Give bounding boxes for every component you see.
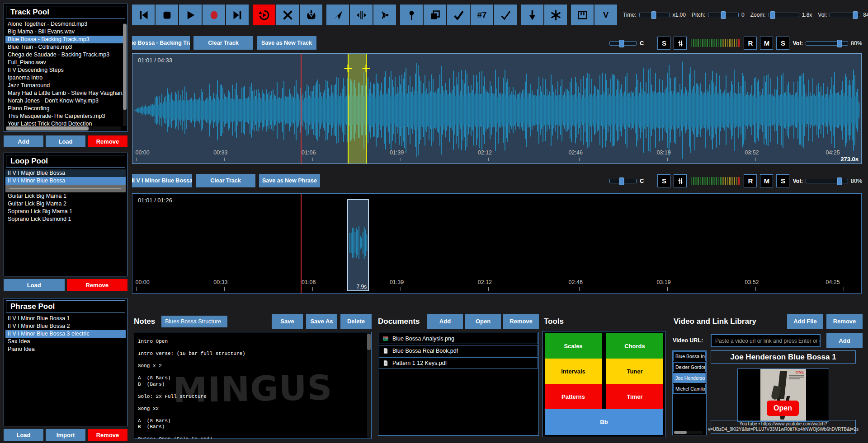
loop-clip[interactable]: 7.9s [347,199,369,291]
track-pool-add-button[interactable]: Add [4,135,43,147]
documents-remove-button[interactable]: Remove [503,314,539,329]
phrase-pool-remove-button[interactable]: Remove [88,429,127,441]
track-pool-load-button[interactable]: Load [46,135,85,147]
stop-button[interactable] [156,5,178,25]
asterisk-button[interactable] [544,5,567,25]
close-button[interactable] [276,5,299,25]
track-pan-slider[interactable] [609,41,637,46]
list-item[interactable]: Sax Idea [5,338,126,345]
clear-loop-button[interactable]: Clear Track [196,174,255,187]
loop-start-handle[interactable] [344,65,352,72]
list-item[interactable]: Blue Train - Coltrane.mp3 [5,43,126,51]
phrase-pool-load-button[interactable]: Load [4,429,43,441]
track-name-button[interactable]: Blue Bossa - Backing Track [132,36,190,50]
list-item[interactable]: II V I Minor Blue Bossa [5,177,126,185]
tool-intervals-button[interactable]: Intervals [545,359,602,384]
track-solo2-button[interactable]: S [776,37,789,50]
list-item[interactable]: II V I Minor Blue Bossa 2 [5,322,126,330]
documents-list[interactable]: Blue Bossa Analysis.pngBlue Bossa Real B… [378,332,539,436]
zoom-slider-thumb[interactable] [770,11,775,19]
list-item[interactable]: Big Mama - Bill Evans.wav [5,28,126,36]
list-item[interactable]: Full_Piano.wav [5,59,126,66]
loop-record-arm-button[interactable]: R [744,174,757,187]
tool-bb-button[interactable]: Bb [545,409,663,435]
video-url-add-button[interactable]: Add [826,333,863,348]
video-list-hscrollbar[interactable] [674,431,703,434]
chord-detect-check-button[interactable] [447,5,470,25]
list-item[interactable]: Ipanema Intro [5,74,126,82]
confirm-check-button[interactable] [494,5,517,25]
loop-pool-load-button[interactable]: Load [4,279,65,291]
video-list-item[interactable]: Joe Henderson [673,373,706,383]
list-item[interactable]: Piano Idea [5,345,126,353]
letter-v-button[interactable]: V [594,5,617,25]
navigate-button[interactable] [326,5,349,25]
track-solo-button[interactable]: S [657,37,670,50]
list-item[interactable]: Soprano Lick Desmond 1 [5,215,126,223]
tool-tuner-button[interactable]: Tuner [606,359,663,384]
loop-vol-slider[interactable] [806,179,848,183]
document-row[interactable]: Blue Bossa Real Book.pdf [379,345,538,356]
skip-end-button[interactable] [226,5,249,25]
loop-waveform-panel[interactable]: 00:0000:3301:0601:3902:1202:4603:1903:52… [132,193,862,294]
record-button[interactable] [203,5,225,25]
audio-waves-button[interactable] [373,5,396,25]
list-item[interactable]: II V Descending Steps [5,66,126,74]
list-item[interactable]: II V I Minor Blue Bossa 1 [5,315,126,322]
list-item[interactable]: II V I Minor Blue Bossa 3 electric [5,330,126,338]
video-list-item[interactable]: Blue Bossa Info [673,351,706,361]
phrase-pool-list[interactable]: II V I Minor Blue Bossa 1II V I Minor Bl… [5,315,126,421]
arrow-down-button[interactable] [521,5,543,25]
list-separator[interactable] [5,185,126,192]
loop-name-button[interactable]: II V I Minor Blue Bossa [132,174,192,187]
list-item[interactable]: II V I Major Blue Bossa [5,169,126,177]
list-item[interactable]: Piano Recording [5,105,126,112]
tool-chords-button[interactable]: Chords [606,333,663,359]
notes-text[interactable]: Intro Open Intro Verse: (16 bar full str… [134,332,371,438]
split-selection-button[interactable] [350,5,373,25]
layers-button[interactable] [424,5,446,25]
list-item[interactable]: Mary Had a Little Lamb - Stevie Ray Vaug… [5,89,126,97]
list-item[interactable]: Norah Jones - Don't Know Why.mp3 [5,97,126,105]
video-remove-button[interactable]: Remove [826,314,863,329]
eq-settings-button[interactable] [674,174,687,187]
piano-button[interactable] [571,5,594,25]
loop-pool-remove-button[interactable]: Remove [67,279,128,291]
list-item[interactable]: Your Latest Trick Chord Detection [5,120,126,126]
list-item[interactable]: Alone Together - Desmond.mp3 [5,20,126,28]
notes-editor[interactable]: MINGUS Intro Open Intro Verse: (16 bar f… [134,332,372,439]
time-slider[interactable] [639,13,670,17]
volume-slider-thumb[interactable] [853,11,858,19]
zoom-slider[interactable] [769,13,799,17]
track-pan-slider-thumb[interactable] [619,40,624,47]
track-list-hscrollbar[interactable] [6,126,121,131]
loop-pan-slider[interactable] [609,179,637,183]
track-vol-slider-thumb[interactable] [837,40,842,47]
list-item[interactable]: This Masquerade-The Carpenters.mp3 [5,112,126,120]
loop-mute-button[interactable]: M [760,174,773,187]
track-pool-list[interactable]: Alone Together - Desmond.mp3Big Mama - B… [5,20,126,126]
list-item[interactable]: Jazz Turnaround [5,82,126,89]
track-vol-slider[interactable] [806,41,848,46]
skip-start-button[interactable] [132,5,155,25]
video-open-button[interactable]: Open [767,401,799,416]
track-pool-remove-button[interactable]: Remove [88,135,127,147]
save-as-new-phrase-button[interactable]: Save as New Phrase [259,174,320,187]
track-mute-button[interactable]: M [760,37,773,50]
eq-settings-button[interactable] [674,37,687,50]
notes-name-field[interactable]: Blues Bossa Structure [161,316,227,327]
video-list-item[interactable]: Michel Camilo [673,384,706,394]
loop-pool-list[interactable]: II V I Major Blue BossaII V I Minor Blue… [5,169,126,271]
list-item[interactable]: Blue Bossa - Backing Track.mp3 [5,36,126,43]
notes-save-as-button[interactable]: Save As [306,314,337,329]
pin-marker-button[interactable] [400,5,423,25]
volume-slider[interactable] [830,13,860,17]
pitch-slider[interactable] [708,13,739,17]
phrase-pool-import-button[interactable]: Import [46,429,85,441]
list-item[interactable]: Guitar Lick Big Mama 2 [5,200,126,208]
sharp-seven-button[interactable]: #7 [471,5,493,25]
video-url-input[interactable]: Paste a video url or link and press Ente… [711,334,821,347]
loop-end-handle[interactable] [362,65,370,72]
list-item[interactable]: Soprano Lick Big Mama 1 [5,208,126,215]
notes-save-button[interactable]: Save [272,314,303,329]
